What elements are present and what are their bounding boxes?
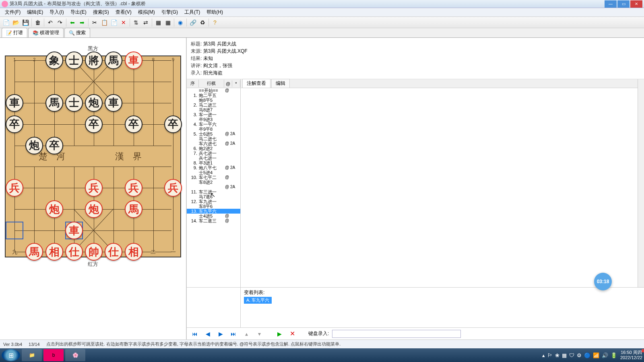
undo-icon[interactable]: ↶: [46, 18, 55, 27]
delete-icon[interactable]: ✕: [119, 18, 128, 27]
piece-red-兵[interactable]: 兵: [85, 179, 103, 197]
move-row[interactable]: 14.车二退三@: [187, 218, 240, 223]
piece-red-馬[interactable]: 馬: [125, 200, 142, 218]
move-row[interactable]: 4.车一平六: [187, 122, 240, 127]
piece-red-馬[interactable]: 馬: [25, 243, 43, 261]
tab-打谱[interactable]: 📝打谱: [2, 28, 27, 37]
minimize-button[interactable]: —: [605, 0, 617, 8]
move-row[interactable]: @ 2A: [187, 185, 240, 189]
start-button[interactable]: ⊞: [2, 349, 20, 361]
play-icon[interactable]: ▶: [275, 329, 284, 339]
task-explorer[interactable]: 📁: [22, 349, 42, 361]
new-icon[interactable]: 📄: [2, 18, 10, 27]
swap2-icon[interactable]: ⇄: [141, 18, 150, 27]
menu-导入(I)[interactable]: 导入(I): [46, 8, 67, 16]
piece-red-車[interactable]: 車: [125, 51, 142, 69]
piece-red-帥[interactable]: 帥: [85, 243, 103, 261]
move-row[interactable]: 10.车七平二@: [187, 175, 240, 180]
tray-net-icon[interactable]: ▦: [562, 352, 567, 358]
nav-last-icon[interactable]: ⏭: [229, 329, 238, 339]
trash-icon[interactable]: 🗑: [33, 18, 42, 27]
piece-red-炮[interactable]: 炮: [45, 200, 63, 218]
piece-red-炮[interactable]: 炮: [85, 200, 103, 218]
nav-first-icon[interactable]: ⏮: [190, 329, 200, 339]
piece-red-仕[interactable]: 仕: [65, 243, 83, 261]
piece-black-象[interactable]: 象: [45, 51, 63, 69]
nav-down-icon[interactable]: ▾: [254, 329, 264, 339]
back-icon[interactable]: ⬅: [68, 18, 77, 27]
save-icon[interactable]: 💾: [21, 18, 30, 27]
piece-black-士[interactable]: 士: [65, 51, 83, 69]
piece-black-卒[interactable]: 卒: [125, 115, 142, 133]
help-icon[interactable]: ?: [211, 18, 219, 27]
nav-prev-icon[interactable]: ◀: [203, 329, 213, 339]
piece-black-車[interactable]: 車: [105, 94, 122, 112]
engine-icon[interactable]: ◉: [176, 18, 185, 27]
tray-flag-icon[interactable]: 🏳: [547, 352, 553, 358]
tray-vol-icon[interactable]: 🔊: [602, 352, 608, 358]
move-row[interactable]: 车六进七@ 2A: [187, 141, 240, 146]
close-button[interactable]: ✕: [630, 0, 642, 8]
piece-black-士[interactable]: 士: [65, 94, 83, 112]
nav-up-icon[interactable]: ▴: [242, 329, 251, 339]
link-icon[interactable]: 🔗: [188, 18, 197, 27]
piece-black-車[interactable]: 車: [6, 94, 23, 112]
move-row[interactable]: 2.马二进三: [187, 103, 240, 107]
board-icon[interactable]: ▦: [154, 18, 163, 27]
piece-red-相[interactable]: 相: [125, 243, 142, 261]
swap-icon[interactable]: ⇅: [132, 18, 140, 27]
piece-black-馬[interactable]: 馬: [45, 94, 63, 112]
stop-icon[interactable]: ✕: [287, 329, 297, 339]
tray-wifi-icon[interactable]: 📶: [593, 352, 599, 358]
menu-导出(E)[interactable]: 导出(E): [67, 8, 90, 16]
menu-文件(F)[interactable]: 文件(F): [2, 8, 24, 16]
moves-list[interactable]: ==开始==@1.炮二平五炮8平52.马二进三马8进73.车一进一卒9进34.车…: [187, 88, 240, 287]
tray-up-icon[interactable]: ▴: [542, 352, 545, 358]
menu-模拟(M)[interactable]: 模拟(M): [135, 8, 158, 16]
move-row[interactable]: 13.车九平六: [187, 209, 240, 214]
piece-black-卒[interactable]: 卒: [85, 115, 103, 133]
move-row[interactable]: ==开始==@: [187, 88, 240, 93]
piece-black-馬[interactable]: 馬: [105, 51, 122, 69]
move-row[interactable]: 士5进4: [187, 170, 240, 175]
open-icon[interactable]: 📂: [11, 18, 20, 27]
piece-black-將[interactable]: 將: [85, 51, 103, 69]
variation-item[interactable]: A. 车九平六: [244, 297, 272, 304]
piece-red-兵[interactable]: 兵: [125, 179, 142, 197]
move-row[interactable]: 马二进七: [187, 136, 240, 141]
cut-icon[interactable]: ✂: [90, 18, 99, 27]
tray-bat-icon[interactable]: 🔋: [611, 352, 617, 358]
piece-black-炮[interactable]: 炮: [85, 94, 103, 112]
tray-bt-icon[interactable]: 🔵: [584, 352, 590, 358]
piece-red-兵[interactable]: 兵: [164, 179, 182, 197]
move-row[interactable]: 3.车一进一: [187, 112, 240, 117]
move-row[interactable]: 8.卒3进1: [187, 160, 240, 165]
move-row[interactable]: 5.士6进5@ 2A: [187, 132, 240, 136]
move-row[interactable]: 6.炮2进2: [187, 146, 240, 151]
task-app2[interactable]: 🌸: [65, 349, 85, 361]
move-row[interactable]: 1.炮二平五: [187, 93, 240, 98]
timer-bubble[interactable]: 03:18: [594, 273, 612, 290]
move-row[interactable]: 马8进7: [187, 107, 240, 112]
tab-棋谱管理[interactable]: 📚棋谱管理: [28, 28, 64, 37]
menu-搜索(S)[interactable]: 搜索(S): [90, 8, 112, 16]
tab-搜索[interactable]: 🔍搜索: [64, 28, 90, 37]
move-row[interactable]: 马7退6: [187, 194, 240, 199]
move-row[interactable]: 车8进2: [187, 180, 240, 185]
scrollbar[interactable]: [638, 79, 644, 287]
piece-black-卒[interactable]: 卒: [45, 137, 63, 154]
chess-board[interactable]: 楚 河漢 界123456789九八七六五四三二一象士將馬車車馬士炮車卒卒卒卒炮卒…: [5, 56, 181, 257]
rtab-编辑[interactable]: 编辑: [271, 79, 290, 88]
copy-icon[interactable]: 📋: [100, 18, 109, 27]
forward-icon[interactable]: ➡: [78, 18, 87, 27]
move-row[interactable]: 卒9进3: [187, 117, 240, 122]
rtab-注解查看[interactable]: 注解查看: [242, 79, 270, 88]
maximize-button[interactable]: ▭: [617, 0, 630, 8]
move-row[interactable]: 兵七进一: [187, 156, 240, 160]
menu-引擎(G)[interactable]: 引擎(G): [158, 8, 181, 16]
move-row[interactable]: 炮8平5: [187, 98, 240, 103]
piece-black-卒[interactable]: 卒: [6, 115, 23, 133]
piece-red-相[interactable]: 相: [45, 243, 63, 261]
piece-red-仕[interactable]: 仕: [105, 243, 122, 261]
board2-icon[interactable]: ▦: [163, 18, 172, 27]
